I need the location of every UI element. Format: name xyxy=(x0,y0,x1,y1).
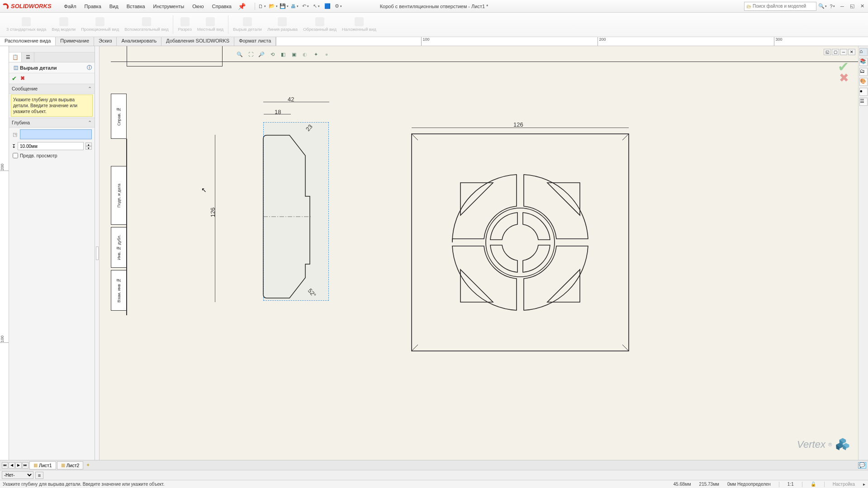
status-scale[interactable]: 1:1 xyxy=(787,482,794,487)
pm-depth-header[interactable]: Глубина⌃ xyxy=(9,118,95,128)
menu-view[interactable]: Вид xyxy=(106,2,122,11)
ribbon-crop-view: Обрезанный вид xyxy=(300,14,339,36)
pm-drag-bar[interactable] xyxy=(9,46,95,52)
minimize-button[interactable]: ─ xyxy=(838,2,846,10)
sheet-tab-2[interactable]: ▦Лист2 xyxy=(57,461,84,469)
taskpane-resources-icon[interactable]: ⌂ xyxy=(859,48,868,56)
depth-icon: ↧ xyxy=(12,143,16,149)
status-lock-icon[interactable]: 🔓 xyxy=(811,482,816,487)
sheet-prev-button[interactable]: ◀ xyxy=(9,462,15,469)
vertex-logo-icon xyxy=(835,436,851,453)
drawing-canvas[interactable]: 🔍 ⛶ 🔎 ⟲ ◧ ▣ ◐ ✦ ● ◱ ▢ ─ ✕ ✔ ✖ Сп xyxy=(100,46,858,460)
pm-depth-input[interactable] xyxy=(18,142,84,150)
undo-button[interactable]: ↶ xyxy=(301,2,310,11)
tab-sheet-format[interactable]: Формат листа xyxy=(234,37,276,46)
status-custom[interactable]: Настройка xyxy=(833,482,855,487)
quick-access-toolbar: 🗋 📂 💾 🖶 ↶ ↖ 🟦 ⚙ xyxy=(254,2,343,11)
pm-message-header[interactable]: Сообщение⌃ xyxy=(9,84,95,94)
ribbon-section-view: Разрез xyxy=(175,14,194,36)
sheet-icon: ▦ xyxy=(33,463,38,468)
sheet-icon: ▦ xyxy=(61,463,65,468)
menu-help[interactable]: Справка xyxy=(209,2,235,11)
add-sheet-button[interactable]: ✦ xyxy=(86,462,90,468)
status-bar: Укажите глубину для вырыва детали. Введи… xyxy=(0,480,868,488)
tab-annotate[interactable]: Примечание xyxy=(56,37,94,46)
confirm-corner-cancel[interactable]: ✖ xyxy=(839,71,849,85)
layer-bar: -Нет- ≡ xyxy=(0,470,868,480)
status-y: 215.73мм xyxy=(699,482,719,487)
titleblock-mid-line xyxy=(127,139,127,315)
menu-insert[interactable]: Вставка xyxy=(123,2,149,11)
title-block-fragment xyxy=(127,46,223,66)
open-button[interactable]: 📂 xyxy=(269,2,278,11)
taskpane-explorer-icon[interactable]: 🗂 xyxy=(859,68,868,76)
main-menu: Файл Правка Вид Вставка Инструменты Окно… xyxy=(61,2,235,11)
save-button[interactable]: 💾 xyxy=(280,2,289,11)
watermark: Vertex® xyxy=(797,436,851,453)
print-button[interactable]: 🖶 xyxy=(290,2,299,11)
ribbon-break-line: Линия разрыва xyxy=(265,14,300,36)
close-button[interactable]: ✕ xyxy=(858,2,866,10)
cube-icon: ◳ xyxy=(12,131,18,137)
ribbon-detail-view: Местный вид xyxy=(194,14,226,36)
layer-props-button[interactable]: ≡ xyxy=(35,472,43,479)
sheet-next-button[interactable]: ▶ xyxy=(15,462,22,469)
layer-select[interactable]: -Нет- xyxy=(2,471,33,479)
svg-line-2 xyxy=(412,134,418,140)
options-button[interactable]: ⚙ xyxy=(334,2,343,11)
chat-icon[interactable]: 💬 xyxy=(858,462,866,469)
tab-layout[interactable]: Расположение вида xyxy=(0,37,56,46)
status-chevron-icon[interactable]: ▸ xyxy=(863,482,865,487)
menu-file[interactable]: Файл xyxy=(61,2,80,11)
tab-addins[interactable]: Добавления SOLIDWORKS xyxy=(161,37,234,46)
svg-point-6 xyxy=(486,208,555,277)
select-button[interactable]: ↖ xyxy=(312,2,321,11)
pm-tab-feature[interactable]: 📋 xyxy=(9,52,22,62)
pm-depth-selection-box[interactable] xyxy=(20,129,92,139)
taskpane-appearance-icon[interactable]: ● xyxy=(859,88,868,96)
pm-tabs: 📋 ☰ xyxy=(9,52,95,62)
search-input[interactable] xyxy=(753,4,814,9)
sheet-tab-1[interactable]: ▦Лист1 xyxy=(29,461,56,469)
sheet-last-button[interactable]: ⏭ xyxy=(22,462,28,469)
menu-window[interactable]: Окно xyxy=(189,2,208,11)
front-view xyxy=(407,129,633,355)
pm-message: Укажите глубину для вырыва детали. Введи… xyxy=(11,95,93,117)
pm-preview-checkbox[interactable] xyxy=(13,153,18,158)
pm-depth-selection: ◳ xyxy=(9,128,95,141)
pm-cancel-button[interactable]: ✖ xyxy=(20,75,25,82)
pm-ok-button[interactable]: ✔ xyxy=(12,75,17,82)
app-logo: SOLIDWORKS xyxy=(2,2,52,10)
menu-edit[interactable]: Правка xyxy=(81,2,105,11)
panel-splitter[interactable] xyxy=(95,46,100,460)
sheet-first-button[interactable]: ⏮ xyxy=(2,462,8,469)
pm-tab-config[interactable]: ☰ xyxy=(22,52,34,62)
tab-sketch[interactable]: Эскиз xyxy=(94,37,117,46)
workspace: 200 100 📋 ☰ ◫ Вырыв детали ⓘ ✔ ✖ Сообщен… xyxy=(0,46,868,460)
pm-depth-spinner[interactable]: ▴▾ xyxy=(85,142,92,150)
svg-rect-1 xyxy=(412,134,629,351)
ribbon-alternate-view: Наложенный вид xyxy=(339,14,379,36)
new-button[interactable]: 🗋 xyxy=(258,2,267,11)
pm-preview-row: Предв. просмотр xyxy=(9,151,95,160)
rebuild-button[interactable]: 🟦 xyxy=(323,2,332,11)
ribbon-model-view: Вид модели xyxy=(49,14,78,36)
document-title: Короб с вентиляционным отверстием - Лист… xyxy=(380,4,489,9)
taskpane-palette-icon[interactable]: 🎨 xyxy=(859,78,868,86)
restore-button[interactable]: ◱ xyxy=(848,2,856,10)
pin-icon[interactable]: 📌 xyxy=(238,3,246,10)
search-box[interactable]: 🗁 xyxy=(744,2,816,11)
titleblock-outer-line xyxy=(111,94,127,315)
help-button[interactable]: ? xyxy=(828,2,836,10)
app-name: SOLIDWORKS xyxy=(11,3,52,9)
menu-tools[interactable]: Инструменты xyxy=(150,2,188,11)
sheet-border-top xyxy=(111,46,858,62)
sheet-nav: ⏮ ◀ ▶ ⏭ xyxy=(2,462,28,469)
tab-evaluate[interactable]: Анализировать xyxy=(117,37,161,46)
search-submit-button[interactable]: 🔍 xyxy=(818,2,826,10)
taskpane-library-icon[interactable]: 📚 xyxy=(859,58,868,66)
chevron-up-icon: ⌃ xyxy=(88,120,92,125)
taskpane-custom-icon[interactable]: ☰ xyxy=(859,98,868,106)
pm-help-icon[interactable]: ⓘ xyxy=(87,64,92,71)
status-hint: Укажите глубину для вырыва детали. Введи… xyxy=(3,482,165,487)
